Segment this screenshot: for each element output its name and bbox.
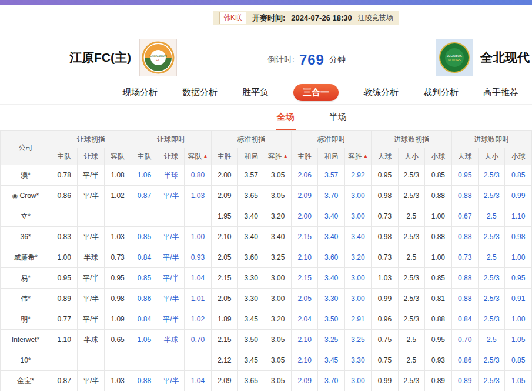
odds-cell: 3.00 (344, 289, 371, 309)
odds-cell: 0.88 (451, 289, 478, 309)
odds-cell: 0.85 (131, 268, 158, 289)
group-header-goals-live: 进球数即时 (451, 131, 531, 148)
odds-cell: 2.04 (291, 309, 317, 330)
table-row: 36*0.83平/半1.030.85平/半1.002.103.403.402.1… (1, 227, 532, 247)
odds-cell: 0.85 (131, 227, 158, 247)
nav-item-three-in-one[interactable]: 三合一 (293, 84, 339, 101)
odds-cell: 3.05 (265, 330, 291, 350)
odds-cell: 3.00 (344, 371, 371, 391)
odds-cell: 1.02 (185, 309, 211, 330)
jeonbuk-hyundai-logo: JEONBUK MOTORS (436, 39, 473, 76)
odds-cell: 1.00 (505, 247, 532, 268)
odds-cell: 3.25 (265, 247, 291, 268)
nav-item-expert-picks[interactable]: 高手推荐 (483, 87, 518, 98)
odds-cell: 3.57 (318, 165, 344, 186)
odds-cell: 0.73 (104, 247, 131, 268)
company-cell[interactable]: 36* (1, 227, 51, 247)
odds-cell: 0.70 (185, 330, 211, 350)
odds-cell (185, 206, 211, 227)
odds-cell: 2.92 (344, 165, 371, 186)
trend-up-icon[interactable]: ▲ (203, 153, 208, 159)
odds-cell: 平/半 (78, 289, 104, 309)
league-badge[interactable]: 韩K联 (219, 12, 246, 24)
svg-text:JEONBUK: JEONBUK (447, 54, 462, 58)
table-row: 澳*0.78平/半1.081.06半球0.802.003.573.052.063… (1, 165, 532, 186)
odds-cell: 1.03 (372, 268, 398, 289)
trend-up-icon[interactable]: ▲ (283, 153, 288, 159)
odds-cell: 平/半 (78, 165, 104, 186)
nav-item-win-draw-loss[interactable]: 胜平负 (242, 87, 269, 98)
odds-cell: 半球 (158, 165, 184, 186)
countdown-unit: 分钟 (329, 55, 346, 65)
odds-cell: 0.87 (51, 371, 78, 391)
odds-cell: 3.05 (265, 186, 291, 206)
odds-cell: 0.88 (425, 186, 451, 206)
trend-up-icon[interactable]: ▲ (363, 153, 368, 159)
odds-cell (78, 350, 104, 371)
odds-cell: 平/半 (78, 186, 104, 206)
odds-cell: 0.73 (372, 247, 398, 268)
home-team-name: 江原FC(主) (69, 49, 131, 66)
odds-cell: 0.93 (185, 247, 211, 268)
company-cell[interactable]: 10* (1, 350, 51, 371)
odds-cell: 3.20 (344, 247, 371, 268)
home-team-block: 江原FC(主) GANGWON FC (69, 39, 177, 76)
odds-cell: 0.98 (372, 186, 398, 206)
odds-cell: 半球 (158, 330, 184, 350)
gangwon-fc-logo: GANGWON FC (139, 39, 177, 76)
company-cell[interactable]: ◉Crow* (1, 186, 51, 206)
nav-item-referee-analysis[interactable]: 裁判分析 (423, 87, 459, 98)
table-row: 易*0.95平/半0.950.85平/半1.042.153.303.002.15… (1, 268, 532, 289)
odds-cell: 1.04 (185, 268, 211, 289)
odds-cell: 1.06 (131, 165, 158, 186)
odds-cell: 2.00 (211, 165, 237, 186)
company-cell[interactable]: 伟* (1, 289, 51, 309)
table-row: 立*1.953.403.202.003.403.000.732.51.000.6… (1, 206, 532, 227)
match-odds-page: 韩K联 开赛时间: 2024-07-26 18:30 江陵竞技场 江原FC(主)… (0, 0, 532, 392)
odds-cell: 3.65 (238, 186, 265, 206)
odds-table: 公司 让球初指 让球即时 标准初指 标准即时 进球数初指 进球数即时 主队 让球… (0, 130, 532, 391)
odds-cell: 2.05 (291, 289, 317, 309)
odds-cell: 3.00 (344, 186, 371, 206)
odds-cell: 2.5/3 (479, 186, 505, 206)
company-cell[interactable]: Interwet* (1, 330, 51, 350)
odds-cell: 3.00 (344, 206, 371, 227)
odds-cell: 3.05 (265, 165, 291, 186)
odds-cell: 平/半 (158, 227, 184, 247)
odds-cell: 2.5/3 (479, 289, 505, 309)
odds-cell: 3.70 (318, 371, 344, 391)
tab-full-time[interactable]: 全场 (276, 105, 296, 130)
odds-cell: 0.75 (372, 330, 398, 350)
col-header: 和局 (318, 148, 344, 165)
company-cell[interactable]: 金宝* (1, 371, 51, 391)
odds-cell: 2.5/3 (398, 289, 424, 309)
group-header-goals-initial: 进球数初指 (372, 131, 451, 148)
odds-cell: 半球 (78, 247, 104, 268)
company-cell[interactable]: 易* (1, 268, 51, 289)
odds-cell: 0.84 (131, 309, 158, 330)
odds-cell: 3.30 (344, 350, 371, 371)
odds-cell: 0.88 (131, 371, 158, 391)
odds-cell: 2.5/3 (398, 371, 424, 391)
company-cell[interactable]: 澳* (1, 165, 51, 186)
odds-cell: 0.88 (451, 186, 478, 206)
odds-cell: 平/半 (158, 309, 184, 330)
odds-cell: 0.80 (185, 165, 211, 186)
group-header-handicap-initial: 让球初指 (51, 131, 131, 148)
odds-cell: 3.60 (238, 247, 265, 268)
nav-item-coach-analysis[interactable]: 教练分析 (363, 87, 399, 98)
odds-cell: 0.87 (131, 186, 158, 206)
nav-item-data-analysis[interactable]: 数据分析 (182, 87, 218, 98)
company-cell[interactable]: 明* (1, 309, 51, 330)
nav-item-live-analysis[interactable]: 现场分析 (122, 87, 158, 98)
venue-name: 江陵竞技场 (358, 13, 393, 23)
odds-cell: 2.10 (291, 247, 317, 268)
odds-cell: 2.5 (479, 206, 505, 227)
odds-cell: 平/半 (78, 371, 104, 391)
tab-half-time[interactable]: 半场 (328, 105, 348, 130)
odds-cell: 0.95 (372, 165, 398, 186)
company-cell[interactable]: 威廉希* (1, 247, 51, 268)
odds-cell: 0.91 (505, 289, 532, 309)
odds-cell: 3.70 (318, 186, 344, 206)
company-cell[interactable]: 立* (1, 206, 51, 227)
